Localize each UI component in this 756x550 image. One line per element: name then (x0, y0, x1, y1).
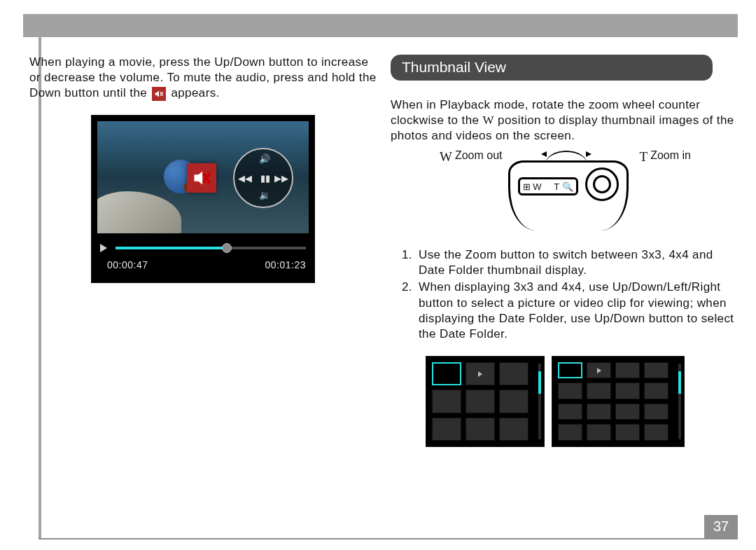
movie-volume-paragraph: When playing a movie, press the Up/Down … (29, 55, 377, 101)
thumb-cell (499, 362, 528, 385)
thumb-cell (499, 390, 528, 413)
manual-page: 37 When playing a movie, press the Up/Do… (0, 0, 756, 550)
osd-pause-icon: ▮▮ (258, 173, 273, 186)
thumb-cell (432, 390, 461, 413)
zoom-t-glyph: T (640, 149, 648, 165)
thumbnail-3x3 (426, 356, 545, 447)
mute-icon (152, 87, 166, 101)
thumb-cell-video (465, 362, 495, 385)
thumb-cell (558, 383, 582, 399)
thumb-cell (587, 383, 611, 399)
thumb-cell (465, 390, 495, 413)
left-column: When playing a movie, press the Up/Down … (29, 55, 377, 515)
current-time: 00:00:47 (107, 259, 148, 270)
instruction-list: Use the Zoom button to switch between 3x… (391, 247, 738, 342)
thumb-cell (558, 424, 582, 441)
lcd-photo-area: 🔊 🔉 ◀◀ ▮▮ ▶▶ (97, 121, 309, 233)
osd-dpad-ring: 🔊 🔉 ◀◀ ▮▮ ▶▶ (233, 148, 293, 208)
thumbnail-intro-paragraph: When in Playback mode, rotate the zoom w… (391, 97, 738, 144)
step-2: When displaying 3x3 and 4x4, use Up/Down… (416, 280, 738, 341)
content-area: When playing a movie, press the Up/Down … (29, 55, 738, 515)
osd-forward-icon: ▶▶ (274, 173, 289, 186)
page-number: 37 (704, 515, 738, 538)
thumb-cell (644, 383, 668, 399)
bottom-frame-rule (38, 538, 738, 539)
progress-knob (222, 243, 232, 253)
thumb-cell (432, 418, 461, 441)
thumb-cell-selected (558, 362, 582, 379)
thumb-cell (615, 383, 640, 399)
thumb-cell (465, 418, 495, 441)
para-post: appears. (171, 86, 219, 99)
thumb-cell-selected (432, 362, 461, 385)
section-heading: Thumbnail View (391, 55, 713, 81)
thumbnail-4x4 (552, 356, 685, 447)
zoom-rocker: ⊞ W T 🔍 (518, 177, 578, 195)
play-icon (100, 244, 107, 252)
w-glyph: W (483, 113, 494, 128)
thumb-cell (644, 362, 668, 379)
thumb-cell (499, 418, 528, 441)
zoom-w-glyph: W (440, 149, 452, 165)
thumb-scrollbar (678, 364, 681, 439)
thumbnail-examples (426, 356, 738, 447)
rocker-left-label: ⊞ W (523, 181, 542, 192)
thumb-cell (587, 404, 611, 420)
camera-top-diagram: ⊞ W T 🔍 (500, 146, 637, 231)
photo-rock (97, 191, 181, 233)
svg-marker-2 (195, 172, 203, 185)
osd-rewind-icon: ◀◀ (237, 173, 253, 186)
thumb-cell (558, 404, 582, 420)
total-time: 00:01:23 (265, 259, 307, 270)
camera-lcd-preview: 🔊 🔉 ◀◀ ▮▮ ▶▶ 00:00:47 00:01:23 (91, 115, 315, 283)
lcd-progress-bar (100, 242, 306, 254)
step-1: Use the Zoom button to switch between 3x… (416, 247, 738, 278)
progress-fill (115, 247, 226, 249)
zoom-illustration-row: W Zoom out ⊞ W T 🔍 T Zoom in (440, 146, 738, 231)
thumb-cell (615, 424, 640, 441)
thumb-cell (615, 404, 640, 420)
zoom-out-label: Zoom out (455, 149, 503, 162)
thumb-cell (644, 424, 668, 441)
top-frame-bar (23, 14, 738, 37)
osd-volume-down-icon: 🔉 (257, 190, 272, 202)
zoom-in-label: Zoom in (650, 149, 691, 162)
thumb-scrollbar (538, 364, 541, 439)
right-column: Thumbnail View When in Playback mode, ro… (388, 55, 738, 515)
rocker-right-label: T 🔍 (554, 181, 573, 192)
osd-mute-icon (187, 163, 216, 193)
shutter-button-icon (585, 167, 619, 201)
osd-volume-up-icon: 🔊 (257, 153, 272, 166)
thumb-cell (615, 362, 640, 379)
thumb-cell (587, 424, 611, 441)
lcd-time-row: 00:00:47 00:01:23 (107, 259, 306, 270)
thumb-cell (644, 404, 668, 420)
thumb-cell-video (587, 362, 611, 379)
